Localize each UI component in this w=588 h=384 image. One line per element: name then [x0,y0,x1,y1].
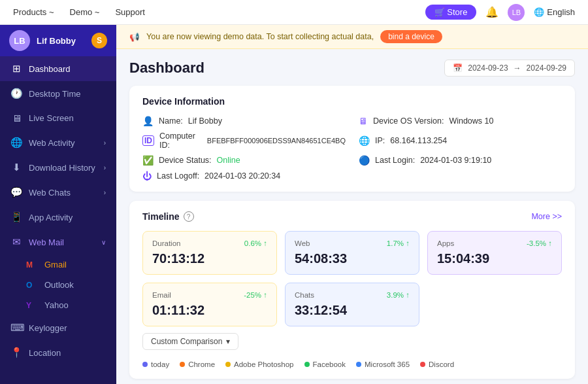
checkbox-icon: ✅ [142,155,154,166]
device-os-row: 🖥 Device OS Version: Windows 10 [359,116,562,126]
ip-label: IP: [375,136,385,145]
legend-photoshop: Adobe Photoshop [225,360,293,368]
sidebar-item-web-activity[interactable]: 🌐 Web Activity › [0,130,116,155]
chats-change: 3.9% ↑ [387,291,410,299]
sidebar-item-dashboard[interactable]: ⊞ Dashboard [0,56,116,81]
apps-value: 15:04:39 [437,251,552,266]
mail-icon: ✉ [10,236,22,248]
more-link[interactable]: More >> [531,212,562,221]
chevron-right-icon: › [104,139,106,147]
person-icon: 👤 [142,116,154,126]
bind-device-button[interactable]: bind a device [380,30,442,43]
legend-label-chrome: Chrome [188,360,215,368]
calendar-icon: 📅 [453,63,463,73]
stat-card-chats: Chats 3.9% ↑ 33:12:54 [285,283,419,326]
sidebar-item-outlook[interactable]: O Outlook [0,275,116,295]
login-icon: 🔵 [359,155,370,166]
duration-label: Duration [152,239,180,247]
last-login-value: 2024-01-03 9:19:10 [420,156,491,165]
sidebar-item-live-screen[interactable]: 🖥 Live Screen [0,106,116,130]
computer-id-label: Computer ID: [159,131,202,150]
nav-products[interactable]: Products ~ [13,7,54,17]
os-label: Device OS Version: [373,116,444,126]
monitor-icon: 🖥 [359,116,368,126]
sidebar: LB Lif Bobby S ⊞ Dashboard 🕐 Desktop Tim… [0,25,116,384]
web-change: 1.7% ↑ [387,239,410,247]
dropdown-chevron-icon: ▾ [226,337,230,346]
device-info-card: Device Information 👤 Name: Lif Bobby 🖥 D… [129,86,575,192]
chat-icon: 💬 [10,186,22,198]
sidebar-item-gmail[interactable]: M Gmail [0,254,116,275]
computer-id-row: ID Computer ID: BFEBFBFF000906EDSS9AN846… [142,131,346,150]
avatar-icon[interactable]: LB [508,4,525,21]
os-value: Windows 10 [449,116,493,126]
chevron-right-icon: › [104,164,106,171]
sidebar-item-yahoo[interactable]: Y Yahoo [0,295,116,315]
sidebar-logo: S [91,33,107,48]
stat-card-duration: Duration 0.6% ↑ 70:13:12 [142,231,277,275]
sidebar-item-app-activity[interactable]: 📱 App Activity [0,205,116,230]
gmail-icon: M [26,260,38,270]
sidebar-header: LB Lif Bobby S [0,25,116,56]
legend-microsoft365: Microsoft 365 [356,360,410,368]
sidebar-item-download-history[interactable]: ⬇ Download History › [0,155,116,180]
sidebar-item-web-mail[interactable]: ✉ Web Mail ∨ [0,230,116,254]
web-label: Web [295,239,310,247]
legend-dot-photoshop [225,362,231,367]
legend-label-photoshop: Adobe Photoshop [234,360,293,368]
last-login-row: 🔵 Last Login: 2024-01-03 9:19:10 [359,155,562,166]
legend-facebook: Facebook [304,360,346,368]
status-label: Device Status: [159,156,212,165]
keyboard-icon: ⌨ [10,322,22,334]
id-icon: ID [142,135,154,146]
dashboard-header: Dashboard 📅 2024-09-23 → 2024-09-29 [129,60,575,77]
main-layout: LB Lif Bobby S ⊞ Dashboard 🕐 Desktop Tim… [0,25,588,384]
sidebar-item-desktop-time[interactable]: 🕐 Desktop Time [0,81,116,106]
stat-card-web: Web 1.7% ↑ 54:08:33 [285,231,419,275]
custom-comparison-dropdown[interactable]: Custom Comparison ▾ [142,333,238,350]
sidebar-item-location[interactable]: 📍 Location [0,340,116,365]
sidebar-item-web-chats[interactable]: 💬 Web Chats › [0,180,116,205]
sidebar-username: Lif Bobby [37,36,76,46]
logoff-value: 2024-01-03 20:20:34 [204,171,280,181]
last-logoff-row: ⏻ Last Logoff: 2024-01-03 20:20:34 [142,171,346,181]
legend-label-discord: Discord [429,360,454,368]
date-separator: → [514,63,521,73]
legend-discord: Discord [420,360,454,368]
timeline-card: Timeline ? More >> Duration 0.6% ↑ 70:13… [129,201,575,379]
custom-comparison-label: Custom Comparison [151,337,222,346]
nav-support[interactable]: Support [115,7,145,17]
apps-change: -3.5% ↑ [527,239,552,247]
name-label: Name: [159,116,183,126]
power-icon: ⏻ [142,171,152,181]
legend-label-today: today [151,360,169,368]
legend-dot-discord [420,362,425,367]
app-icon: 📱 [10,211,22,223]
download-icon: ⬇ [10,162,22,173]
status-value: Online [217,156,240,165]
chevron-down-icon: ∨ [101,239,106,246]
timeline-title: Timeline [142,211,180,222]
name-value: Lif Bobby [188,116,222,126]
sidebar-item-keylogger[interactable]: ⌨ Keylogger [0,315,116,340]
legend-dot-today [142,362,148,367]
apps-label: Apps [437,239,454,247]
timeline-stats-row2: Email -25% ↑ 01:11:32 Chats 3.9% ↑ 33:12… [142,283,562,326]
bell-icon[interactable]: 🔔 [485,6,498,18]
legend-chrome: Chrome [180,360,215,368]
demo-banner: 📢 You are now viewing demo data. To star… [116,25,588,49]
avatar: LB [9,30,30,51]
language-selector[interactable]: 🌐 English [534,7,575,17]
store-button[interactable]: 🛒 Store [425,5,477,20]
computer-id-value: BFEBFBFF000906EDSS9AN84651CE4BQ [207,137,346,145]
nav-demo[interactable]: Demo ~ [70,7,100,17]
help-icon[interactable]: ? [184,211,194,222]
ip-row: 🌐 IP: 68.164.113.254 [359,131,562,150]
content-area: 📢 You are now viewing demo data. To star… [116,25,588,384]
date-range-picker[interactable]: 📅 2024-09-23 → 2024-09-29 [444,60,575,77]
stat-card-apps: Apps -3.5% ↑ 15:04:39 [427,231,562,275]
device-status-row: ✅ Device Status: Online [142,155,346,166]
page-title: Dashboard [129,60,204,77]
chats-value: 33:12:54 [295,303,410,318]
duration-value: 70:13:12 [152,251,267,266]
